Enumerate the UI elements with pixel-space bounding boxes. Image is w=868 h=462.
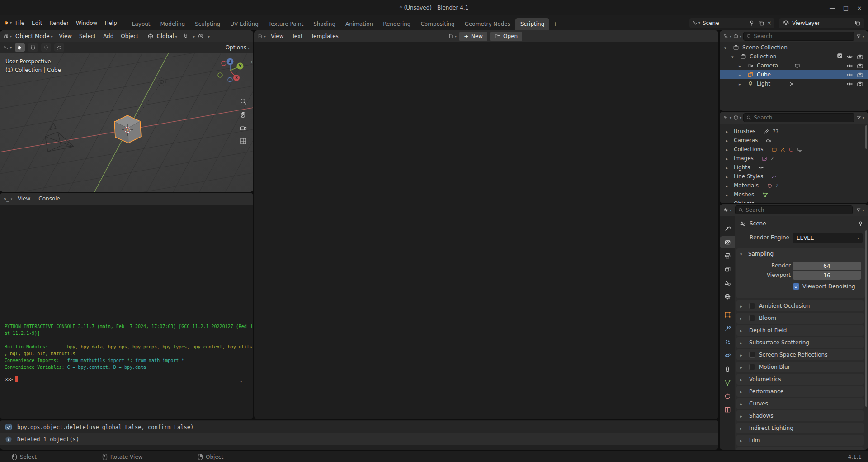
- viewport-menu-object[interactable]: Object: [118, 33, 141, 39]
- expand-caret-icon[interactable]: [726, 173, 731, 180]
- render-engine-dropdown[interactable]: EEVEE ▾: [793, 233, 863, 243]
- menu-render[interactable]: Render: [46, 20, 72, 26]
- zoom-tool-icon[interactable]: [239, 97, 247, 105]
- tab-view-layer[interactable]: [720, 263, 735, 275]
- sampling-render-field[interactable]: 64: [793, 262, 861, 270]
- info-log-row[interactable]: Deleted 1 object(s): [0, 433, 718, 445]
- disable-render-camera-icon[interactable]: [857, 71, 863, 79]
- open-text-button[interactable]: Open: [490, 32, 522, 41]
- panel-film[interactable]: Film: [736, 435, 864, 446]
- proportional-editing-icon[interactable]: [197, 32, 205, 40]
- expand-caret-icon[interactable]: [726, 137, 731, 143]
- panel-volumetrics[interactable]: Volumetrics: [736, 374, 864, 385]
- select-mode-lasso-button[interactable]: [54, 43, 64, 52]
- gizmo-neg-z[interactable]: [228, 77, 232, 82]
- panel-indirect-lighting[interactable]: Indirect Lighting: [736, 423, 864, 433]
- hide-eye-icon[interactable]: [846, 71, 853, 79]
- sidebar-collapse-indicator[interactable]: ‹: [250, 59, 252, 64]
- editor-type-console-icon[interactable]: >_: [4, 195, 13, 203]
- panel-checkbox[interactable]: [749, 352, 755, 358]
- snap-dropdown[interactable]: [192, 33, 195, 39]
- expand-caret-icon[interactable]: [726, 191, 731, 198]
- hide-eye-icon[interactable]: [846, 62, 853, 70]
- outliner-search[interactable]: [743, 32, 854, 41]
- panel-screen-space-reflections[interactable]: Screen Space Reflections: [736, 349, 864, 360]
- select-mode-box-button[interactable]: [28, 43, 38, 52]
- proportional-dropdown[interactable]: [207, 33, 210, 39]
- properties-search-input[interactable]: [745, 207, 849, 213]
- tab-geometry-nodes[interactable]: Geometry Nodes: [460, 18, 515, 30]
- view-layer-selector[interactable]: ViewLayer: [779, 18, 864, 28]
- tab-animation[interactable]: Animation: [340, 18, 378, 30]
- browse-text-icon[interactable]: [448, 32, 457, 40]
- panel-ambient-occlusion[interactable]: Ambient Occlusion: [736, 300, 864, 311]
- orientation-dropdown[interactable]: Global: [156, 33, 177, 39]
- console-input-line[interactable]: >>>: [5, 376, 18, 382]
- tab-material[interactable]: [720, 390, 735, 402]
- data-row-lights[interactable]: Lights: [720, 163, 868, 172]
- panel-checkbox[interactable]: [749, 315, 755, 321]
- panel-simplify[interactable]: Simplify: [736, 447, 864, 450]
- data-row-line-styles[interactable]: Line Styles: [720, 172, 868, 181]
- console-menu-view[interactable]: View: [14, 195, 33, 202]
- viewport-canvas[interactable]: User Perspective (1) Collection | Cube Z…: [0, 53, 253, 192]
- viewport-menu-add[interactable]: Add: [100, 33, 116, 39]
- tab-modeling[interactable]: Modeling: [156, 18, 190, 30]
- sampling-viewport-field[interactable]: 16: [793, 271, 861, 280]
- minimize-button[interactable]: —: [826, 5, 839, 11]
- tab-constraints[interactable]: [720, 363, 735, 375]
- outliner-row-cube[interactable]: Cube: [720, 70, 868, 79]
- maximize-button[interactable]: □: [839, 5, 853, 11]
- outliner-row-light[interactable]: Light: [720, 79, 868, 88]
- tab-compositing[interactable]: Compositing: [415, 18, 459, 30]
- add-workspace-button[interactable]: +: [549, 18, 561, 30]
- display-mode-icon[interactable]: [733, 32, 741, 40]
- select-mode-tweak-button[interactable]: [15, 43, 25, 52]
- console-menu-console[interactable]: Console: [35, 195, 63, 202]
- text-menu-view[interactable]: View: [268, 33, 287, 39]
- expand-caret-icon[interactable]: [726, 200, 731, 203]
- panel-bloom[interactable]: Bloom: [736, 313, 864, 324]
- data-row-images[interactable]: Images 2: [720, 154, 868, 163]
- data-row-collections[interactable]: Collections: [720, 145, 868, 154]
- light-data-icon[interactable]: [788, 80, 796, 88]
- gizmo-neg-y[interactable]: [218, 73, 222, 77]
- tab-world[interactable]: [720, 291, 735, 302]
- tab-rendering[interactable]: Rendering: [378, 18, 415, 30]
- scrollbar[interactable]: [865, 125, 867, 149]
- panel-motion-blur[interactable]: Motion Blur: [736, 362, 864, 372]
- editor-type-viewport-icon[interactable]: [4, 32, 12, 40]
- expand-caret-icon[interactable]: [726, 146, 731, 152]
- viewport-denoising-checkbox[interactable]: [793, 283, 799, 290]
- properties-search[interactable]: [735, 205, 853, 214]
- close-button[interactable]: ×: [853, 5, 866, 11]
- panel-checkbox[interactable]: [749, 364, 755, 370]
- tab-layout[interactable]: Layout: [127, 18, 156, 30]
- outliner-row-scene-collection[interactable]: Scene Collection: [720, 43, 868, 52]
- expand-caret-icon[interactable]: [739, 71, 744, 78]
- panel-depth-of-field[interactable]: Depth of Field: [736, 325, 864, 336]
- active-tool-icon[interactable]: [4, 43, 12, 52]
- expand-caret-icon[interactable]: [739, 81, 744, 87]
- filter-funnel-icon[interactable]: [856, 114, 864, 122]
- panel-shadows[interactable]: Shadows: [736, 410, 864, 421]
- expand-caret-icon[interactable]: [724, 44, 730, 51]
- tab-texture-paint[interactable]: Texture Paint: [264, 18, 308, 30]
- editor-type-outliner-icon[interactable]: [723, 114, 731, 122]
- pin-icon[interactable]: [856, 219, 864, 228]
- text-editor-body[interactable]: [254, 42, 718, 419]
- expand-caret-icon[interactable]: [726, 155, 731, 162]
- text-menu-text[interactable]: Text: [288, 33, 306, 39]
- exclude-checkbox[interactable]: [837, 53, 843, 60]
- sampling-panel-header[interactable]: Sampling: [736, 248, 865, 259]
- navigation-gizmo[interactable]: Z Y X: [216, 57, 244, 85]
- menu-help[interactable]: Help: [101, 20, 120, 26]
- tab-modifiers[interactable]: [720, 322, 735, 334]
- editor-type-text-icon[interactable]: [258, 32, 266, 40]
- panel-performance[interactable]: Performance: [736, 386, 864, 397]
- tab-texture[interactable]: [720, 404, 735, 415]
- hide-eye-icon[interactable]: [846, 52, 853, 61]
- pin-icon[interactable]: [748, 19, 756, 27]
- tab-object[interactable]: [720, 309, 735, 320]
- expand-caret-icon[interactable]: [731, 53, 737, 60]
